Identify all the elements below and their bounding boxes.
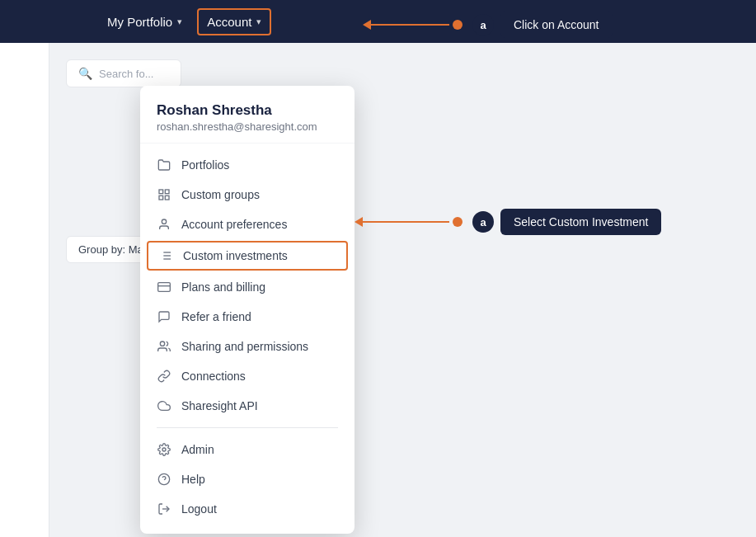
menu-item-logout[interactable]: Logout bbox=[140, 494, 355, 524]
menu-item-sharing-permissions[interactable]: Sharing and permissions bbox=[140, 332, 355, 361]
sidebar bbox=[0, 43, 49, 537]
gear-icon bbox=[157, 442, 171, 457]
svg-rect-2 bbox=[159, 195, 163, 200]
account-nav[interactable]: Account ▾ bbox=[197, 8, 271, 35]
refer-friend-label: Refer a friend bbox=[181, 310, 251, 323]
plans-billing-label: Plans and billing bbox=[181, 280, 265, 294]
sharing-permissions-label: Sharing and permissions bbox=[181, 340, 308, 353]
account-preferences-label: Account preferences bbox=[181, 218, 287, 231]
menu-item-admin[interactable]: Admin bbox=[140, 435, 355, 464]
help-label: Help bbox=[181, 473, 205, 486]
svg-rect-0 bbox=[159, 190, 163, 194]
svg-rect-3 bbox=[165, 195, 169, 200]
svg-rect-1 bbox=[165, 190, 169, 194]
folder-icon bbox=[157, 158, 171, 172]
sharesight-api-label: Sharesight API bbox=[181, 399, 258, 412]
account-chevron-icon: ▾ bbox=[256, 16, 261, 27]
custom-groups-label: Custom groups bbox=[181, 188, 260, 201]
logout-label: Logout bbox=[181, 502, 217, 516]
menu-item-help[interactable]: Help bbox=[140, 464, 355, 494]
main-area: 🔍 Search fo... Group by: Market Roshan S… bbox=[0, 43, 756, 537]
menu-item-refer-friend[interactable]: Refer a friend bbox=[140, 302, 355, 332]
menu-item-account-preferences[interactable]: Account preferences bbox=[140, 210, 355, 239]
nav-left: My Portfolio ▾ Account ▾ bbox=[99, 8, 271, 35]
menu-item-custom-investments[interactable]: Custom investments bbox=[147, 241, 348, 271]
my-portfolio-label: My Portfolio bbox=[107, 15, 172, 29]
svg-point-4 bbox=[162, 219, 166, 224]
menu-divider bbox=[157, 427, 338, 428]
dropdown-header: Roshan Shrestha roshan.shrestha@sharesig… bbox=[140, 86, 355, 144]
menu-item-custom-groups[interactable]: Custom groups bbox=[140, 180, 355, 210]
menu-item-portfolios[interactable]: Portfolios bbox=[140, 150, 355, 180]
list-icon bbox=[158, 248, 173, 263]
search-bar[interactable]: 🔍 Search fo... bbox=[66, 59, 181, 87]
svg-point-14 bbox=[162, 448, 166, 451]
user-email: roshan.shrestha@sharesight.com bbox=[157, 120, 338, 133]
user-icon bbox=[157, 217, 171, 232]
people-icon bbox=[157, 339, 171, 354]
svg-rect-11 bbox=[158, 283, 171, 292]
menu-item-sharesight-api[interactable]: Sharesight API bbox=[140, 391, 355, 421]
search-placeholder: Search fo... bbox=[99, 68, 153, 80]
navbar: My Portfolio ▾ Account ▾ bbox=[0, 0, 756, 43]
menu-item-plans-billing[interactable]: Plans and billing bbox=[140, 272, 355, 302]
cloud-icon bbox=[157, 398, 171, 413]
user-name: Roshan Shrestha bbox=[157, 102, 338, 119]
svg-point-13 bbox=[160, 342, 164, 346]
portfolios-label: Portfolios bbox=[181, 158, 229, 172]
logout-icon bbox=[157, 502, 171, 516]
custom-investments-label: Custom investments bbox=[183, 249, 288, 262]
account-dropdown: Roshan Shrestha roshan.shrestha@sharesig… bbox=[140, 86, 355, 534]
grid-icon bbox=[157, 187, 171, 202]
menu-item-connections[interactable]: Connections bbox=[140, 361, 355, 391]
connections-label: Connections bbox=[181, 370, 246, 383]
admin-label: Admin bbox=[181, 443, 214, 456]
my-portfolio-nav[interactable]: My Portfolio ▾ bbox=[99, 10, 190, 34]
link-icon bbox=[157, 369, 171, 384]
question-icon bbox=[157, 472, 171, 487]
message-icon bbox=[157, 309, 171, 324]
card-icon bbox=[157, 280, 171, 294]
portfolio-chevron-icon: ▾ bbox=[177, 16, 182, 27]
search-icon: 🔍 bbox=[78, 67, 92, 80]
account-label: Account bbox=[207, 15, 251, 29]
